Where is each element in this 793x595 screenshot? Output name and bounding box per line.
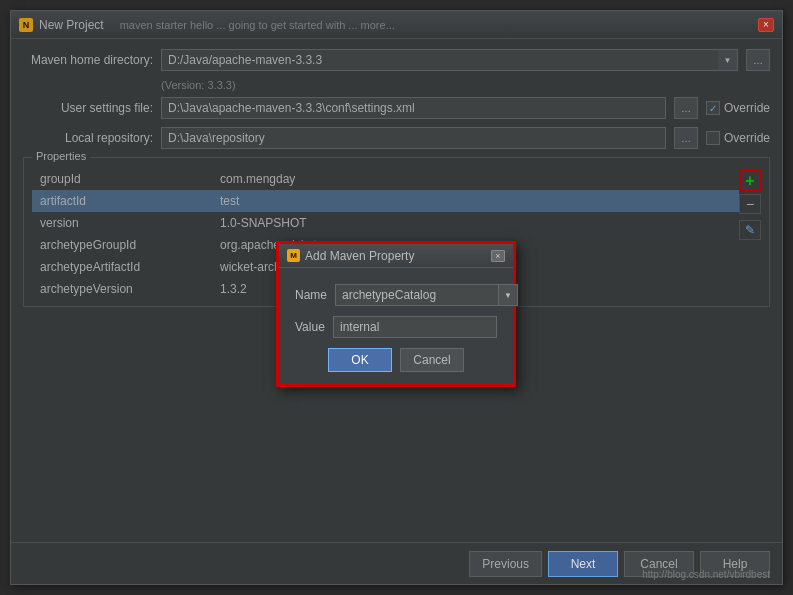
dialog-title-bar: M Add Maven Property × (279, 244, 513, 268)
dialog-buttons: OK Cancel (295, 348, 497, 372)
dialog-content: Name ▼ Value OK Cancel (279, 268, 513, 384)
dialog-title: Add Maven Property (305, 249, 414, 263)
dialog-name-dropdown-container: ▼ (335, 284, 518, 306)
dialog-name-input[interactable] (335, 284, 498, 306)
dialog-cancel-button[interactable]: Cancel (400, 348, 464, 372)
dialog-ok-button[interactable]: OK (328, 348, 392, 372)
dialog-close-button[interactable]: × (491, 250, 505, 262)
dialog-name-row: Name ▼ (295, 284, 497, 306)
dialog-icon: M (287, 249, 300, 262)
dialog-name-dropdown-btn[interactable]: ▼ (498, 284, 518, 306)
main-window: N New Project maven starter hello ... go… (10, 10, 783, 585)
dialog-value-input[interactable] (333, 316, 497, 338)
add-maven-property-dialog: M Add Maven Property × Name ▼ Value (276, 241, 516, 387)
dialog-value-row: Value (295, 316, 497, 338)
dialog-value-label: Value (295, 320, 325, 334)
dialog-title-left: M Add Maven Property (287, 249, 414, 263)
dialog-name-label: Name (295, 288, 327, 302)
